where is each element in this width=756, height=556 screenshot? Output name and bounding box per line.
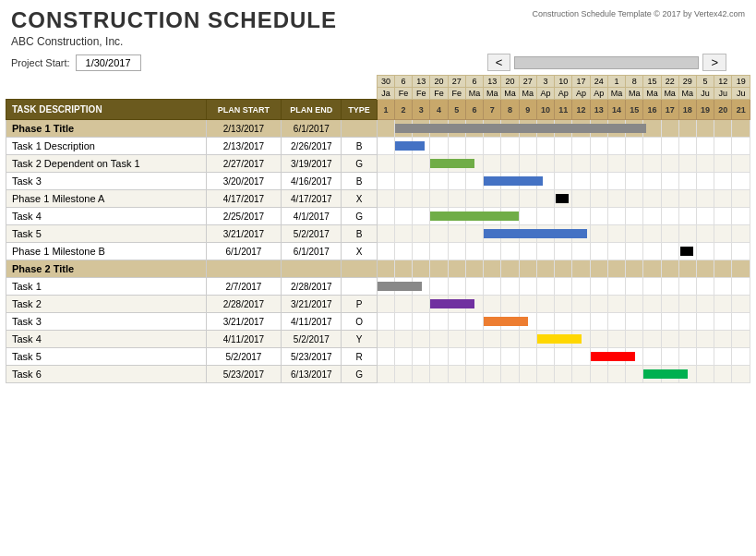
- gantt-cell-21: [732, 138, 750, 155]
- gantt-cell-1: [377, 138, 394, 155]
- task-type-cell: [342, 278, 377, 296]
- gantt-cell-3: [413, 296, 430, 313]
- gantt-cell-13: [590, 260, 607, 278]
- task-desc-cell: Task 3: [6, 173, 207, 190]
- gantt-cell-17: [661, 243, 678, 260]
- gantt-cell-14: [607, 173, 625, 190]
- gantt-cell-12: [572, 296, 590, 313]
- task-desc-cell: Phase 1 Milestone B: [6, 243, 207, 260]
- gantt-cell-6: [465, 260, 483, 278]
- gantt-cell-17: [661, 173, 678, 190]
- gantt-cell-2: [395, 366, 413, 383]
- gantt-cell-6: [465, 366, 483, 383]
- month-num-8: 20: [501, 76, 519, 88]
- gantt-cell-16: [643, 173, 661, 190]
- gantt-cell-6: [465, 331, 483, 348]
- gantt-cell-20: [714, 348, 732, 366]
- gantt-cell-4: [430, 348, 448, 366]
- plan-end-cell: 4/11/2017: [282, 313, 342, 331]
- plan-end-cell: 4/17/2017: [282, 190, 342, 208]
- gantt-cell-14: [607, 225, 625, 243]
- gantt-cell-11: [555, 278, 572, 296]
- gantt-cell-11: [555, 296, 572, 313]
- gantt-cell-19: [696, 260, 714, 278]
- gantt-cell-21: [732, 208, 750, 225]
- gantt-cell-18: [678, 243, 696, 260]
- gantt-cell-14: [607, 138, 625, 155]
- gantt-cell-19: [696, 173, 714, 190]
- gantt-cell-11: [555, 348, 572, 366]
- gantt-cell-15: [626, 138, 643, 155]
- task-row: Task 12/7/20172/28/2017: [6, 278, 750, 296]
- gantt-cell-14: [607, 243, 625, 260]
- scroll-right-button[interactable]: >: [702, 54, 726, 71]
- gantt-cell-14: [607, 190, 625, 208]
- gantt-cell-16: [643, 138, 661, 155]
- gantt-cell-20: [714, 208, 732, 225]
- gantt-cell-10: [536, 348, 554, 366]
- gantt-cell-9: [519, 278, 536, 296]
- gantt-cell-20: [714, 120, 732, 138]
- gantt-cell-5: [448, 243, 465, 260]
- gantt-cell-21: [732, 296, 750, 313]
- gantt-cell-7: [484, 243, 501, 260]
- gantt-cell-6: [465, 138, 483, 155]
- plan-start-cell: 6/1/2017: [206, 243, 282, 260]
- project-start-label: Project Start:: [11, 57, 70, 68]
- gantt-cell-1: [377, 243, 394, 260]
- gantt-cell-20: [714, 173, 732, 190]
- gantt-cell-8: [501, 278, 519, 296]
- month-num-2: 6: [395, 76, 413, 88]
- gantt-cell-6: [465, 278, 483, 296]
- gantt-cell-15: [626, 173, 643, 190]
- plan-start-cell: [206, 260, 282, 278]
- gantt-cell-16: [643, 313, 661, 331]
- plan-end-cell: 2/26/2017: [282, 138, 342, 155]
- gantt-cell-2: [395, 313, 413, 331]
- gantt-cell-16: [643, 190, 661, 208]
- gantt-cell-8: [501, 296, 519, 313]
- gantt-cell-1: [377, 225, 394, 243]
- gantt-cell-12: [572, 243, 590, 260]
- task-row: Task 42/25/20174/1/2017G: [6, 208, 750, 225]
- scroll-left-button[interactable]: <: [487, 54, 511, 71]
- gantt-cell-10: [536, 208, 554, 225]
- gantt-cell-1: [377, 278, 394, 296]
- gantt-cell-20: [714, 243, 732, 260]
- task-type-cell: O: [342, 313, 377, 331]
- gantt-cell-17: [661, 138, 678, 155]
- plan-start-cell: 4/11/2017: [206, 331, 282, 348]
- gantt-cell-17: [661, 348, 678, 366]
- gantt-cell-5: [448, 348, 465, 366]
- gantt-cell-4: [430, 155, 448, 173]
- gantt-cell-5: [448, 331, 465, 348]
- gantt-cell-19: [696, 348, 714, 366]
- month-num-6: 6: [465, 76, 483, 88]
- gantt-cell-19: [696, 155, 714, 173]
- gantt-cell-19: [696, 313, 714, 331]
- task-desc-cell: Task 1 Description: [6, 138, 207, 155]
- gantt-cell-4: [430, 296, 448, 313]
- plan-end-cell: 4/16/2017: [282, 173, 342, 190]
- gantt-cell-19: [696, 208, 714, 225]
- task-type-cell: X: [342, 190, 377, 208]
- gantt-cell-17: [661, 155, 678, 173]
- gantt-cell-3: [413, 243, 430, 260]
- plan-end-cell: 4/1/2017: [282, 208, 342, 225]
- gantt-cell-7: [484, 190, 501, 208]
- copyright-notice: Construction Schedule Template © 2017 by…: [532, 9, 745, 18]
- gantt-table: 30 6 13 20 27 6 13 20 27 3 10 17 24 1 8 …: [6, 75, 750, 383]
- gantt-cell-8: [501, 190, 519, 208]
- gantt-cell-18: [678, 331, 696, 348]
- gantt-cell-13: [590, 225, 607, 243]
- gantt-cell-21: [732, 190, 750, 208]
- company-name: ABC Construction, Inc.: [11, 35, 745, 48]
- task-row: Task 33/20/20174/16/2017B: [6, 173, 750, 190]
- task-desc-cell: Task 1: [6, 278, 207, 296]
- gantt-cell-10: [536, 366, 554, 383]
- month-num-3: 13: [413, 76, 430, 88]
- gantt-cell-13: [590, 138, 607, 155]
- gantt-cell-1: [377, 366, 394, 383]
- gantt-cell-6: [465, 190, 483, 208]
- gantt-cell-3: [413, 366, 430, 383]
